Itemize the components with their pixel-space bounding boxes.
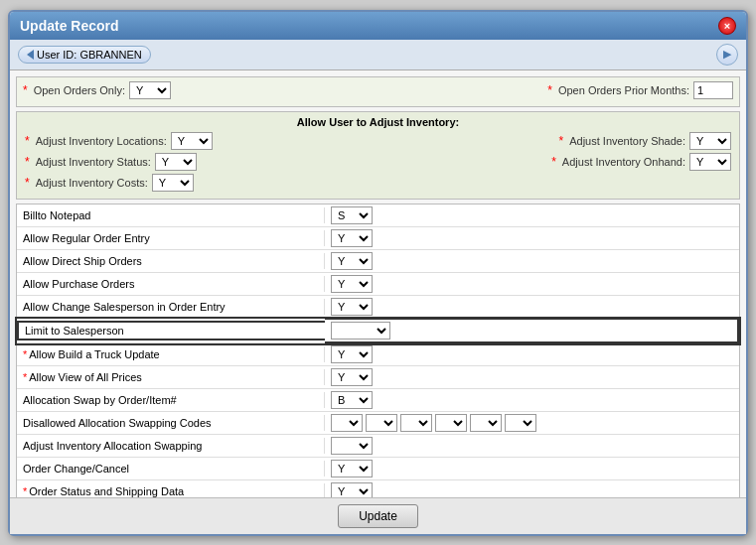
open-orders-row: * Open Orders Only: YN * Open Orders Pri…	[23, 81, 733, 99]
disallowed-alloc-select-4[interactable]	[435, 414, 467, 432]
disallowed-allocation-value	[325, 412, 739, 434]
table-row: Allow Purchase Orders YN	[17, 273, 739, 296]
update-record-window: Update Record × User ID: GBRANNEN ▶ * Op…	[8, 10, 748, 536]
nav-right-button[interactable]: ▶	[716, 44, 738, 66]
limit-salesperson-value	[325, 318, 739, 343]
inv-costs-select[interactable]: YN	[152, 174, 194, 192]
billto-notepad-select[interactable]: SYN	[331, 206, 373, 224]
inv-row-1: * Adjust Inventory Locations: YN * Adjus…	[25, 132, 731, 150]
disallowed-alloc-select-1[interactable]	[331, 414, 363, 432]
inv-shade-select[interactable]: YN	[689, 132, 731, 150]
table-row: Allocation Swap by Order/Item# BYN	[17, 389, 739, 412]
inv-row-3: * Adjust Inventory Costs: YN	[25, 174, 731, 192]
prior-months-label: Open Orders Prior Months:	[558, 84, 689, 96]
limit-salesperson-label: Limit to Salesperson	[17, 321, 325, 341]
allow-change-salesperson-label: Allow Change Salesperson in Order Entry	[17, 299, 325, 315]
permissions-table: Billto Notepad SYN Allow Regular Order E…	[16, 204, 740, 497]
allow-view-prices-label: * Allow View of All Prices	[17, 369, 325, 385]
back-arrow-icon	[27, 50, 34, 60]
inv-shade-field: * Adjust Inventory Shade: YN	[559, 132, 731, 150]
allow-direct-ship-select[interactable]: YN	[331, 252, 373, 270]
allow-direct-ship-value: YN	[325, 250, 739, 272]
allow-regular-order-label: Allow Regular Order Entry	[17, 230, 325, 246]
toolbar-user-label: User ID: GBRANNEN	[37, 49, 142, 61]
allow-build-truck-select[interactable]: YN	[331, 345, 373, 363]
order-status-value: YN	[325, 480, 739, 497]
billto-notepad-value: SYN	[325, 204, 739, 226]
billto-notepad-label: Billto Notepad	[17, 207, 325, 223]
table-row: Adjust Inventory Allocation Swapping YN	[17, 435, 739, 458]
back-button[interactable]: User ID: GBRANNEN	[18, 46, 151, 64]
disallowed-allocation-selects	[331, 414, 536, 432]
table-row: * Allow Build a Truck Update YN	[17, 343, 739, 366]
table-row: Billto Notepad SYN	[17, 204, 739, 227]
inv-locations-field: * Adjust Inventory Locations: YN	[25, 132, 213, 150]
allow-build-truck-label: * Allow Build a Truck Update	[17, 346, 325, 362]
update-button[interactable]: Update	[338, 504, 418, 528]
inv-row-2: * Adjust Inventory Status: YN * Adjust I…	[25, 153, 731, 171]
table-row: Disallowed Allocation Swapping Codes	[17, 412, 739, 435]
disallowed-alloc-select-2[interactable]	[366, 414, 397, 432]
table-row: Allow Regular Order Entry YN	[17, 227, 739, 250]
disallowed-alloc-select-6[interactable]	[505, 414, 536, 432]
close-button[interactable]: ×	[718, 17, 736, 35]
disallowed-allocation-label: Disallowed Allocation Swapping Codes	[17, 415, 325, 431]
adjust-inv-alloc-label: Adjust Inventory Allocation Swapping	[17, 438, 325, 454]
open-orders-field: * Open Orders Only: YN	[23, 81, 171, 99]
content-area: * Open Orders Only: YN * Open Orders Pri…	[10, 70, 746, 497]
disallowed-alloc-select-3[interactable]	[400, 414, 432, 432]
inventory-header: Allow User to Adjust Inventory:	[25, 116, 731, 128]
toolbar: User ID: GBRANNEN ▶	[10, 40, 746, 70]
allocation-swap-value: BYN	[325, 389, 739, 411]
inventory-section: Allow User to Adjust Inventory: * Adjust…	[16, 111, 740, 200]
order-change-cancel-select[interactable]: YN	[331, 460, 373, 477]
disallowed-alloc-select-5[interactable]	[470, 414, 502, 432]
open-orders-select[interactable]: YN	[129, 81, 171, 99]
allow-view-prices-value: YN	[325, 366, 739, 388]
table-row: Limit to Salesperson	[17, 319, 739, 343]
open-orders-prior-field: * Open Orders Prior Months:	[547, 81, 733, 99]
table-row: Allow Direct Ship Orders YN	[17, 250, 739, 273]
order-status-select[interactable]: YN	[331, 482, 373, 497]
window-title: Update Record	[20, 18, 119, 34]
inv-onhand-field: * Adjust Inventory Onhand: YN	[551, 153, 731, 171]
allow-change-salesperson-select[interactable]: YN	[331, 298, 373, 316]
prior-months-input[interactable]	[693, 81, 733, 99]
allow-purchase-orders-label: Allow Purchase Orders	[17, 276, 325, 292]
table-row: Allow Change Salesperson in Order Entry …	[17, 296, 739, 319]
allocation-swap-label: Allocation Swap by Order/Item#	[17, 392, 325, 408]
adjust-inv-alloc-value: YN	[325, 435, 739, 457]
allow-purchase-orders-select[interactable]: YN	[331, 275, 373, 293]
order-change-cancel-label: Order Change/Cancel	[17, 461, 325, 477]
order-change-cancel-value: YN	[325, 458, 739, 479]
open-orders-label: Open Orders Only:	[34, 84, 125, 96]
top-fields-section: * Open Orders Only: YN * Open Orders Pri…	[16, 76, 740, 107]
adjust-inv-alloc-select[interactable]: YN	[331, 437, 373, 455]
allow-regular-order-select[interactable]: YN	[331, 229, 373, 247]
table-row: * Order Status and Shipping Data YN	[17, 480, 739, 497]
table-row: Order Change/Cancel YN	[17, 458, 739, 480]
inv-costs-field: * Adjust Inventory Costs: YN	[25, 174, 194, 192]
open-orders-required: *	[23, 83, 28, 97]
inv-locations-select[interactable]: YN	[171, 132, 213, 150]
allow-regular-order-value: YN	[325, 227, 739, 249]
allow-purchase-orders-value: YN	[325, 273, 739, 295]
prior-months-required: *	[547, 83, 552, 97]
allow-build-truck-value: YN	[325, 343, 739, 365]
limit-salesperson-select[interactable]	[331, 322, 390, 340]
allow-view-prices-select[interactable]: YN	[331, 368, 373, 386]
allocation-swap-select[interactable]: BYN	[331, 391, 373, 409]
order-status-label: * Order Status and Shipping Data	[17, 483, 325, 497]
title-bar: Update Record ×	[10, 12, 746, 40]
inv-onhand-select[interactable]: YN	[689, 153, 731, 171]
bottom-bar: Update	[10, 497, 746, 534]
table-row: * Allow View of All Prices YN	[17, 366, 739, 389]
nav-right-icon: ▶	[723, 48, 731, 61]
allow-change-salesperson-value: YN	[325, 296, 739, 318]
inv-status-field: * Adjust Inventory Status: YN	[25, 153, 197, 171]
allow-direct-ship-label: Allow Direct Ship Orders	[17, 253, 325, 269]
inv-status-select[interactable]: YN	[155, 153, 197, 171]
